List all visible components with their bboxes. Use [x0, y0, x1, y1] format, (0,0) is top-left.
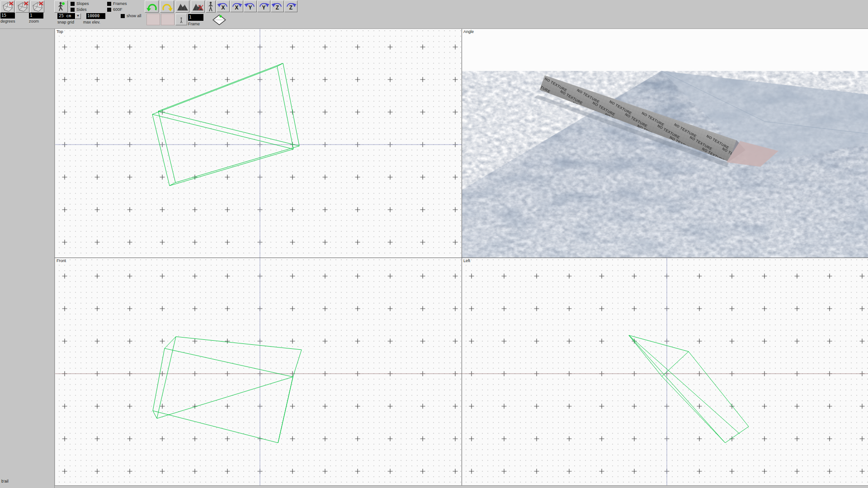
frame-value: 1 — [189, 15, 191, 19]
zoom-label: zoom — [29, 19, 39, 23]
viewport-front-canvas[interactable] — [55, 258, 462, 485]
viewport-left-label: Left — [463, 258, 470, 263]
texture-swatch-1-button[interactable] — [146, 14, 160, 25]
viewport-angle[interactable]: Angle — [462, 29, 868, 258]
rotate-y-ccw-button[interactable]: Y — [244, 0, 257, 12]
frames-checkbox-label: Frames — [113, 1, 127, 6]
piece-tool-2-button[interactable] — [15, 0, 29, 13]
viewport-top-canvas[interactable] — [55, 29, 462, 258]
viewport-left[interactable]: Left — [462, 258, 868, 485]
axis-letter: Z — [271, 5, 283, 11]
axis-letter: X — [231, 5, 243, 11]
mountain-red-x-icon — [192, 2, 204, 12]
rotate-z-cw-button[interactable]: Z — [284, 0, 297, 12]
viewport-divider-horizontal — [55, 258, 868, 258]
frames-checkbox-box[interactable] — [107, 2, 111, 6]
max-elev-field[interactable]: 10000 — [86, 13, 105, 19]
show-all-checkbox[interactable]: show all — [121, 14, 142, 18]
degrees-field[interactable]: 15 — [0, 13, 15, 19]
slopes-checkbox[interactable]: Slopes — [71, 1, 89, 6]
piece-tool-1-button[interactable] — [0, 0, 14, 13]
walk-mode-button[interactable] — [54, 0, 68, 13]
snap-grid-value: 25 cm — [57, 13, 75, 19]
zoom-value: 1 — [30, 13, 32, 18]
viewport-angle-label: Angle — [463, 29, 474, 34]
rotate-x-ccw-button[interactable]: X — [217, 0, 230, 12]
frame-label: Frame — [188, 22, 200, 26]
sides-checkbox[interactable]: Sides — [71, 7, 87, 12]
degrees-label: degrees — [0, 19, 15, 23]
figure-green-dot-icon — [55, 1, 67, 12]
max-elev-value: 10000 — [87, 14, 99, 18]
viewport-top-label: Top — [57, 29, 63, 34]
rotate-buttons: XXYYZZ — [217, 0, 297, 12]
bottom-strip[interactable] — [55, 485, 868, 488]
terrain-delete-button[interactable] — [191, 0, 205, 13]
walker-button[interactable] — [206, 0, 216, 13]
snap-grid-label: snap grid — [57, 20, 74, 24]
undo-button[interactable] — [145, 0, 159, 13]
toolbar: 15 degrees 1 zoom Slopes Frames Sides 60… — [0, 0, 868, 29]
slopes-checkbox-box[interactable] — [71, 2, 75, 6]
sides-checkbox-box[interactable] — [71, 8, 75, 12]
rotate-x-cw-button[interactable]: X — [230, 0, 243, 12]
status-text: b'ail — [1, 479, 9, 483]
figure-icon — [208, 1, 214, 12]
axis-letter: Y — [244, 5, 256, 11]
viewport-divider-vertical — [462, 29, 462, 485]
undo-arrow-icon — [146, 2, 158, 12]
degrees-value: 15 — [1, 13, 6, 18]
diamond-marker-icon[interactable] — [211, 14, 228, 26]
snap-grid-dropdown-button[interactable]: ▼ — [75, 13, 81, 19]
viewport-front[interactable]: Front — [55, 258, 462, 485]
show-all-checkbox-label: show all — [127, 14, 142, 18]
axis-letter: X — [217, 5, 229, 11]
zoom-field[interactable]: 1 — [29, 13, 43, 19]
600f-checkbox[interactable]: 600F — [107, 7, 123, 12]
show-all-checkbox-box[interactable] — [121, 14, 125, 18]
slopes-checkbox-label: Slopes — [76, 1, 89, 6]
frame-field[interactable]: 1 — [188, 14, 203, 21]
cube-red-x-icon — [16, 1, 29, 12]
texture-swatch-2-button[interactable] — [161, 14, 175, 25]
rotate-z-ccw-button[interactable]: Z — [271, 0, 284, 12]
viewport-front-label: Front — [57, 258, 66, 263]
terrain-button[interactable] — [175, 0, 189, 13]
left-sidebar: b'ail — [0, 29, 55, 488]
frames-checkbox[interactable]: Frames — [107, 1, 127, 6]
axis-letter: Y — [258, 5, 270, 11]
sides-checkbox-label: Sides — [76, 7, 87, 12]
viewport-angle-canvas[interactable]: NO TEXTURENO TEXTURENO TEXTURENO TEXTURE… — [462, 29, 868, 258]
piece-tool-3-button[interactable] — [30, 0, 44, 13]
small-figure-button[interactable] — [175, 14, 187, 25]
max-elev-label: max elev. — [83, 20, 100, 24]
cube-red-x-icon — [31, 1, 44, 12]
axis-letter: Z — [285, 5, 297, 11]
snap-grid-select[interactable]: 25 cm ▼ — [57, 13, 81, 19]
rotate-y-cw-button[interactable]: Y — [257, 0, 270, 12]
redo-arrow-icon — [161, 2, 173, 12]
viewport-left-canvas[interactable] — [462, 258, 868, 485]
small-figure-icon — [179, 15, 184, 23]
redo-button[interactable] — [160, 0, 174, 13]
600f-checkbox-box[interactable] — [107, 8, 111, 12]
cube-red-x-icon — [1, 1, 14, 12]
mountain-icon — [176, 2, 189, 12]
600f-checkbox-label: 600F — [113, 7, 123, 12]
viewport-top[interactable]: Top — [55, 29, 462, 258]
